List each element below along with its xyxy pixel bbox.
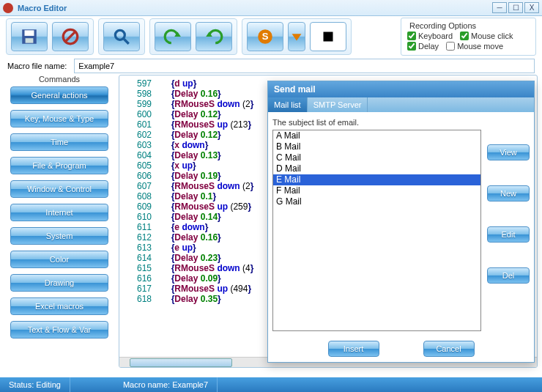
- status-macro-name: Macro name: Example7: [114, 377, 218, 392]
- stop-icon: [319, 27, 338, 46]
- cmd-internet[interactable]: Internet: [10, 204, 108, 221]
- record-run-button[interactable]: S: [247, 22, 283, 51]
- tab-smtp-server[interactable]: SMTP Server: [308, 97, 368, 112]
- svg-rect-12: [324, 32, 333, 42]
- down-arrow-icon: [289, 27, 305, 46]
- title-bar: Macro Editor ─ ☐ X: [0, 0, 542, 16]
- send-mail-dialog: Send mail Mail list SMTP Server The subj…: [267, 81, 535, 363]
- edit-button[interactable]: Edit: [487, 226, 530, 243]
- nosign-icon: [61, 27, 80, 46]
- cmd-file-program[interactable]: File & Program: [10, 157, 108, 174]
- list-item[interactable]: F Mail: [273, 185, 480, 196]
- chk-mouse-click[interactable]: [460, 32, 469, 40]
- cancel-action-button[interactable]: [52, 22, 89, 51]
- chk-mouse-move[interactable]: [446, 42, 455, 51]
- recording-options-legend: Recording Options: [407, 21, 478, 30]
- cmd-key-mouse-type[interactable]: Key, Mouse & Type: [10, 110, 108, 127]
- scrollbar-thumb[interactable]: [130, 358, 232, 367]
- opt-mouse-click[interactable]: Mouse click: [460, 32, 513, 40]
- app-title: Macro Editor: [18, 4, 491, 12]
- list-item[interactable]: C Mail: [273, 152, 480, 163]
- mail-listbox[interactable]: A MailB MailC MailD MailE MailF MailG Ma…: [272, 130, 481, 331]
- recording-options: Recording Options Keyboard Mouse click D…: [401, 18, 536, 56]
- floppy-icon: [20, 27, 39, 46]
- opt-keyboard[interactable]: Keyboard: [407, 32, 453, 40]
- maximize-button[interactable]: ☐: [508, 2, 523, 13]
- dialog-label: The subject list of email.: [272, 117, 481, 130]
- list-item[interactable]: D Mail: [273, 163, 480, 174]
- opt-delay[interactable]: Delay: [407, 42, 439, 51]
- filename-row: Macro file name:: [0, 57, 542, 75]
- undo-arrow-icon: [163, 27, 182, 46]
- dialog-title: Send mail: [268, 81, 534, 97]
- filename-input[interactable]: [74, 59, 535, 73]
- cmd-system[interactable]: System: [10, 227, 108, 245]
- app-icon: [3, 3, 13, 13]
- close-button[interactable]: X: [524, 2, 539, 13]
- minimize-button[interactable]: ─: [492, 2, 507, 13]
- cmd-window-control[interactable]: Window & Control: [10, 180, 108, 198]
- list-item[interactable]: A Mail: [273, 130, 480, 141]
- chk-keyboard[interactable]: [407, 32, 416, 40]
- list-item[interactable]: E Mail: [273, 174, 480, 185]
- search-button[interactable]: [103, 22, 140, 51]
- next-step-button[interactable]: [288, 22, 305, 51]
- cmd-general-actions[interactable]: General actions: [10, 86, 108, 104]
- cmd-text-flow-var[interactable]: Text & Flow & Var: [10, 321, 108, 339]
- del-button[interactable]: Del: [487, 267, 530, 284]
- filename-label: Macro file name:: [7, 62, 67, 70]
- tab-mail-list[interactable]: Mail list: [268, 97, 308, 112]
- view-button[interactable]: View: [487, 144, 530, 160]
- cmd-drawing[interactable]: Drawing: [10, 274, 108, 292]
- stop-button[interactable]: [310, 22, 346, 51]
- save-button[interactable]: [11, 22, 48, 51]
- redo-arrow-icon: [204, 27, 223, 46]
- cmd-time[interactable]: Time: [10, 133, 108, 151]
- cmd-color[interactable]: Color: [10, 251, 108, 268]
- new-button[interactable]: New: [487, 185, 530, 201]
- svg-rect-2: [26, 38, 34, 42]
- redo-button[interactable]: [196, 22, 232, 51]
- insert-button[interactable]: Insert: [328, 341, 379, 357]
- status-bar: Status: Editing Macro name: Example7: [0, 377, 542, 392]
- list-item[interactable]: B Mail: [273, 141, 480, 152]
- toolbar: S Recording Options Keyboard Mouse click…: [0, 16, 542, 57]
- commands-panel: Commands General actionsKey, Mouse & Typ…: [4, 75, 114, 368]
- undo-button[interactable]: [155, 22, 191, 51]
- svg-point-5: [115, 30, 125, 40]
- record-icon: S: [256, 27, 275, 46]
- chk-delay[interactable]: [407, 42, 416, 51]
- svg-text:S: S: [262, 31, 269, 42]
- dialog-tabs: Mail list SMTP Server: [268, 97, 534, 112]
- cmd-excel-macros[interactable]: Excel macros: [10, 297, 108, 315]
- status-editing: Status: Editing: [0, 377, 70, 392]
- commands-legend: Commands: [4, 75, 114, 84]
- svg-marker-11: [292, 34, 302, 40]
- opt-mouse-move[interactable]: Mouse move: [446, 42, 503, 51]
- svg-line-4: [64, 31, 75, 42]
- svg-line-6: [124, 39, 129, 44]
- magnifier-icon: [112, 27, 131, 46]
- svg-rect-1: [25, 30, 34, 36]
- cancel-button[interactable]: Cancel: [423, 341, 475, 357]
- list-item[interactable]: G Mail: [273, 196, 480, 207]
